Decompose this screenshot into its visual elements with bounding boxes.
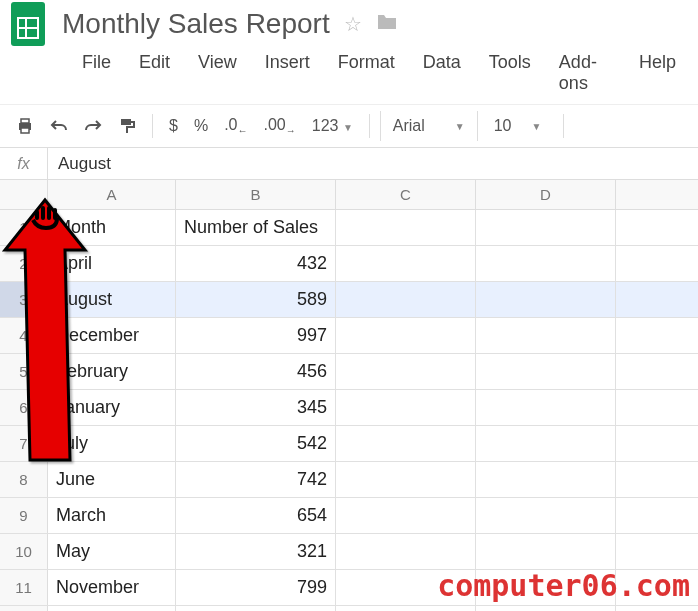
cell[interactable]: Month	[48, 210, 176, 245]
grid-row: 3August589	[0, 282, 698, 318]
row-header[interactable]: 7	[0, 426, 48, 461]
grid-row: 1MonthNumber of Sales	[0, 210, 698, 246]
cell[interactable]: August	[48, 282, 176, 317]
cell[interactable]: 589	[176, 282, 336, 317]
cell[interactable]	[476, 534, 616, 569]
row-header[interactable]: 9	[0, 498, 48, 533]
col-header-d[interactable]: D	[476, 180, 616, 209]
percent-button[interactable]: %	[188, 117, 214, 135]
cell[interactable]: 432	[176, 246, 336, 281]
row-header[interactable]: 1	[0, 210, 48, 245]
print-icon[interactable]	[10, 111, 40, 141]
cell[interactable]: January	[48, 390, 176, 425]
cell[interactable]: April	[48, 246, 176, 281]
menu-help[interactable]: Help	[625, 48, 690, 98]
currency-button[interactable]: $	[163, 117, 184, 135]
select-all-corner[interactable]	[0, 180, 48, 209]
cell[interactable]: June	[48, 462, 176, 497]
cell[interactable]	[336, 390, 476, 425]
svg-rect-6	[21, 128, 29, 133]
cell[interactable]	[336, 534, 476, 569]
row-header[interactable]: 12	[0, 606, 48, 611]
font-family-select[interactable]: Arial▼	[380, 111, 478, 141]
menu-view[interactable]: View	[184, 48, 251, 98]
cell[interactable]	[476, 426, 616, 461]
cell[interactable]: February	[48, 354, 176, 389]
column-headers: A B C D	[0, 180, 698, 210]
col-header-a[interactable]: A	[48, 180, 176, 209]
cell[interactable]: 456	[176, 354, 336, 389]
col-header-c[interactable]: C	[336, 180, 476, 209]
cell[interactable]	[476, 606, 616, 611]
row-header[interactable]: 10	[0, 534, 48, 569]
cell[interactable]: May	[48, 534, 176, 569]
cell[interactable]: 997	[176, 318, 336, 353]
cell[interactable]	[476, 462, 616, 497]
cell[interactable]: 345	[176, 390, 336, 425]
svg-rect-0	[11, 2, 45, 46]
redo-icon[interactable]	[78, 111, 108, 141]
grid-row: 7July542	[0, 426, 698, 462]
row-header[interactable]: 2	[0, 246, 48, 281]
svg-rect-5	[21, 119, 29, 123]
cell[interactable]: 542	[176, 426, 336, 461]
cell[interactable]	[476, 354, 616, 389]
fx-label[interactable]: fx	[0, 148, 48, 179]
undo-icon[interactable]	[44, 111, 74, 141]
row-header[interactable]: 11	[0, 570, 48, 605]
cell[interactable]	[476, 498, 616, 533]
more-formats-button[interactable]: 123 ▼	[306, 117, 359, 135]
cell[interactable]	[476, 390, 616, 425]
cell[interactable]: 692	[176, 606, 336, 611]
cell[interactable]: July	[48, 426, 176, 461]
toolbar: $ % .0← .00→ 123 ▼ Arial▼ 10▼	[0, 104, 698, 148]
menu-tools[interactable]: Tools	[475, 48, 545, 98]
watermark-text: computer06.com	[437, 568, 690, 603]
document-title[interactable]: Monthly Sales Report	[62, 8, 330, 40]
menu-data[interactable]: Data	[409, 48, 475, 98]
cell[interactable]	[336, 318, 476, 353]
cell[interactable]	[476, 318, 616, 353]
cell[interactable]	[336, 210, 476, 245]
cell[interactable]: 654	[176, 498, 336, 533]
row-header[interactable]: 4	[0, 318, 48, 353]
cell[interactable]	[336, 282, 476, 317]
svg-rect-7	[121, 119, 131, 125]
grid-row: 4December997	[0, 318, 698, 354]
formula-input[interactable]: August	[48, 154, 698, 174]
cell[interactable]: 321	[176, 534, 336, 569]
cell[interactable]	[476, 210, 616, 245]
menu-addons[interactable]: Add-ons	[545, 48, 625, 98]
decrease-decimal-button[interactable]: .0←	[218, 116, 253, 136]
menu-insert[interactable]: Insert	[251, 48, 324, 98]
cell[interactable]	[336, 246, 476, 281]
row-header[interactable]: 8	[0, 462, 48, 497]
cell[interactable]	[476, 246, 616, 281]
paint-format-icon[interactable]	[112, 111, 142, 141]
cell[interactable]	[476, 282, 616, 317]
cell[interactable]	[336, 426, 476, 461]
sheets-logo-icon[interactable]	[8, 4, 48, 44]
row-header[interactable]: 6	[0, 390, 48, 425]
cell[interactable]	[336, 354, 476, 389]
row-header[interactable]: 3	[0, 282, 48, 317]
cell[interactable]: Number of Sales	[176, 210, 336, 245]
font-size-select[interactable]: 10▼	[482, 117, 554, 135]
cell[interactable]: December	[48, 318, 176, 353]
menu-format[interactable]: Format	[324, 48, 409, 98]
cell[interactable]: 799	[176, 570, 336, 605]
row-header[interactable]: 5	[0, 354, 48, 389]
menu-edit[interactable]: Edit	[125, 48, 184, 98]
menu-file[interactable]: File	[68, 48, 125, 98]
cell[interactable]: November	[48, 570, 176, 605]
star-icon[interactable]: ☆	[344, 12, 362, 36]
increase-decimal-button[interactable]: .00→	[257, 116, 301, 136]
col-header-b[interactable]: B	[176, 180, 336, 209]
cell[interactable]	[336, 606, 476, 611]
cell[interactable]: March	[48, 498, 176, 533]
cell[interactable]: October	[48, 606, 176, 611]
folder-icon[interactable]	[376, 13, 398, 36]
cell[interactable]	[336, 462, 476, 497]
cell[interactable]: 742	[176, 462, 336, 497]
cell[interactable]	[336, 498, 476, 533]
